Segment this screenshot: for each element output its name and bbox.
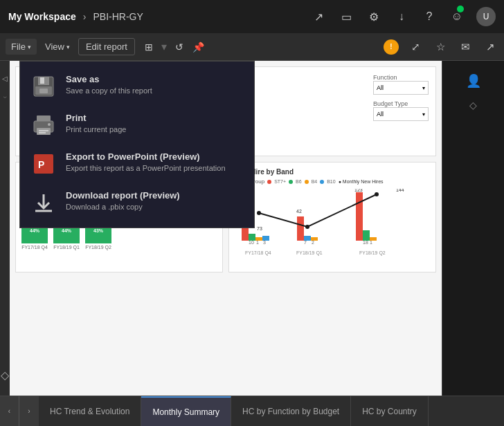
bar-label-2: FY18/19 Q1 [53,245,80,250]
function-filter-select[interactable]: All ▾ [373,81,429,95]
svg-text:7: 7 [304,240,307,245]
save-as-text: Save as Save a copy of this report [66,74,152,96]
export-ppt-title: Export to PowerPoint (Preview) [66,151,226,163]
file-dropdown-menu: Save as Save a copy of this report Print… [19,61,255,228]
tab-hc-country[interactable]: HC by Country [351,396,429,426]
download-report-item[interactable]: Download report (Preview) Download a .pb… [20,183,254,222]
top-navigation: My Workspace › PBI-HR-GY ↗ ▭ ⚙ ↓ ? ☺ U [0,0,504,33]
svg-rect-2 [40,77,44,84]
right-panel: 👤 ◇ [442,61,504,396]
notification-badge[interactable]: ! [384,39,399,55]
export-icon[interactable]: ↗ [482,39,498,55]
view-menu[interactable]: View ▾ [39,39,75,55]
nh-legend-b6 [289,180,293,184]
tab-prev-button[interactable]: ‹ [0,396,19,426]
svg-point-10 [48,123,51,126]
sidebar-diamond-icon[interactable]: ◇ [1,369,9,382]
mail-icon[interactable]: ✉ [457,39,474,55]
bar-label-3: FY18/19 Q2 [85,245,111,250]
workspace-label[interactable]: My Workspace [8,11,76,22]
view-icon[interactable]: ▭ [338,8,354,25]
svg-text:18: 18 [363,240,368,245]
svg-point-48 [375,192,379,196]
print-icon [31,113,56,138]
print-item[interactable]: Print Print current page [20,106,254,145]
left-sidebar: ◁ › ◇ [0,61,10,396]
svg-text:10: 10 [249,240,254,245]
tab-bar: ‹ › HC Trend & Evolution Monthly Summary… [0,396,504,426]
svg-text:42: 42 [296,209,302,214]
nh-legend-st7 [267,180,271,184]
download-report-title: Download report (Preview) [66,190,180,202]
svg-text:2: 2 [312,240,314,245]
export-ppt-item[interactable]: P Export to PowerPoint (Preview) Export … [20,145,254,183]
svg-rect-9 [39,132,46,133]
breadcrumb-separator: › [83,11,87,22]
svg-rect-30 [297,216,304,241]
refresh-icon[interactable]: ↺ [171,39,188,55]
download-report-subtitle: Download a .pbix copy [66,202,180,212]
bookmark-icon[interactable]: ☆ [432,39,449,55]
svg-point-47 [305,225,309,229]
svg-point-46 [257,211,261,215]
svg-text:FY18/19 Q2: FY18/19 Q2 [359,250,386,256]
tab-next-button[interactable]: › [19,396,39,426]
download-icon[interactable]: ↓ [393,8,410,25]
settings-icon[interactable]: ⚙ [366,8,382,25]
print-text: Print Print current page [66,113,126,135]
new-hire-legend: Band Group ST7+ B6 B4 B10 ● Monthly New … [235,178,430,185]
save-as-item[interactable]: Save as Save a copy of this report [20,67,254,106]
nh-legend-b10 [320,180,324,184]
svg-text:3: 3 [263,240,266,245]
svg-rect-37 [356,192,363,241]
function-filter-label: Function [373,74,429,81]
print-subtitle: Print current page [66,124,126,135]
export-ppt-icon: P [31,151,56,176]
budget-filter-label: Budget Type [373,100,429,107]
avatar[interactable]: U [476,7,496,26]
budget-filter-select[interactable]: All ▾ [373,107,429,121]
nh-legend-b4 [305,180,309,184]
help-icon[interactable]: ? [421,8,438,25]
tab-monthly-summary[interactable]: Monthly Summary [141,396,231,426]
share-icon[interactable]: ⤢ [407,39,424,55]
filter-panel: Function All ▾ Budget Type All ▾ [373,74,429,121]
export-ppt-subtitle: Export this report as a PowerPoint prese… [66,163,226,174]
breadcrumb: My Workspace › PBI-HR-GY [8,11,310,22]
edit-report-button[interactable]: Edit report [78,38,135,55]
svg-text:1: 1 [370,240,372,245]
tab-hc-function[interactable]: HC by Function by Budget [231,396,351,426]
svg-text:P: P [38,159,44,170]
save-as-subtitle: Save a copy of this report [66,86,152,96]
maximize-icon[interactable]: ↗ [310,8,327,25]
sidebar-label: › [1,96,9,98]
save-as-icon [31,74,56,99]
print-title: Print [66,113,126,124]
svg-rect-4 [39,89,48,93]
right-panel-person-icon[interactable]: 👤 [466,73,481,89]
file-menu[interactable]: File ▾ [6,39,37,55]
pin-icon[interactable]: 📌 [190,39,207,55]
main-area: ◁ › ◇ Save as Save a copy of this report [0,61,504,396]
budget-filter: Budget Type All ▾ [373,100,429,121]
svg-text:144: 144 [396,189,404,192]
status-dot [457,6,464,12]
function-filter: Function All ▾ [373,74,429,95]
right-panel-diamond-icon: ◇ [469,100,477,111]
svg-text:FY17/18 Q4: FY17/18 Q4 [245,250,271,256]
view-toggle-icon[interactable]: ⊞ [141,39,157,55]
svg-text:FY18/19 Q1: FY18/19 Q1 [296,250,323,256]
tab-hc-trend[interactable]: HC Trend & Evolution [39,396,141,426]
download-report-text: Download report (Preview) Download a .pb… [66,190,180,212]
bar-label-1: FY17/18 Q4 [21,245,48,250]
new-hire-svg: 47 10 1 3 FY17/18 Q4 42 7 2 FY18/19 Q1 [235,189,408,258]
svg-text:73: 73 [257,226,262,231]
export-ppt-text: Export to PowerPoint (Preview) Export th… [66,151,226,174]
save-as-title: Save as [66,74,152,86]
report-name: PBI-HR-GY [93,11,143,22]
new-hire-chart: New Hire by Band Band Group ST7+ B6 B4 B… [228,162,436,272]
secondary-navigation: File ▾ View ▾ Edit report ⊞ ▾ ↺ 📌 ! ⤢ ☆ … [0,33,504,61]
sidebar-collapse-icon[interactable]: ◁ [2,75,8,82]
svg-text:1: 1 [256,240,259,245]
svg-rect-8 [39,130,48,131]
